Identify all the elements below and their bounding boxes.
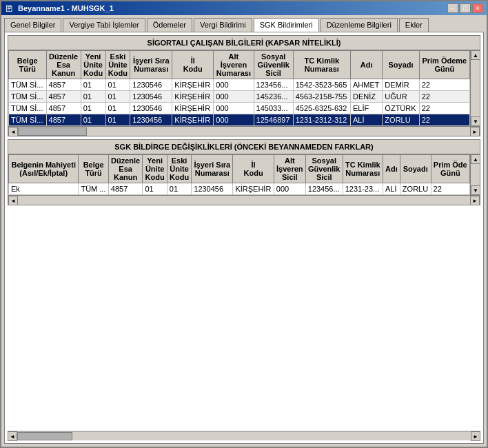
col-sgk: SosyalGüvenlikSicil <box>254 51 293 79</box>
table-cell: 01 <box>105 79 130 91</box>
tab-duzenleme[interactable]: Düzenleme Bilgileri <box>321 18 398 32</box>
empty-area <box>8 208 480 428</box>
table-cell: 01 <box>167 183 191 195</box>
table-cell: 145236... <box>254 91 293 103</box>
table-cell: TÜM Sİ... <box>9 91 47 103</box>
table-cell: ALİ <box>350 114 382 126</box>
tab-ekler[interactable]: Ekler <box>399 18 429 32</box>
hscroll-left-btn[interactable]: ◄ <box>8 127 18 136</box>
table-cell: AHMET <box>350 79 382 91</box>
table-cell: 01 <box>105 91 130 103</box>
table-cell: 4563-2158-755 <box>293 91 350 103</box>
table-cell: TÜM Sİ... <box>9 103 47 114</box>
col-tc: TC KimlikNumarası <box>293 51 350 79</box>
table-cell: 145033... <box>254 103 293 114</box>
col-yeni-unite: YeniÜniteKodu <box>81 51 105 79</box>
table-cell: ZORLU <box>400 183 431 195</box>
main-window: 🖹 Beyanname1 - MUHSGK_1 − □ ✕ Genel Bilg… <box>0 0 488 448</box>
table-cell: 4857 <box>46 91 81 103</box>
table-cell: DENİZ <box>350 91 382 103</box>
bottom-hscroll-left[interactable]: ◄ <box>8 431 17 441</box>
bottom-hscroll-right[interactable]: ► <box>471 431 480 441</box>
tab-vergiye-tabi[interactable]: Vergiye Tabi İşlemler <box>63 18 145 32</box>
table-cell: 22 <box>419 79 469 91</box>
upper-section-title: SİGORTALI ÇALIŞAN BİLGİLERİ (KAPSAR NİTE… <box>8 36 480 50</box>
col-mahiyet: Belgenin Mahiyeti(Asıl/Ek/İptal) <box>9 155 79 183</box>
table-cell: 01 <box>81 103 105 114</box>
table-cell: 1230546 <box>130 103 172 114</box>
lower-section: SGK BİLDİRGE DEĞİŞİKLİKLERİ (ÖNCEKİ BEYA… <box>8 139 480 205</box>
hscroll-right-btn[interactable]: ► <box>470 127 480 136</box>
table-cell: 1230456 <box>130 114 172 126</box>
scroll-up-btn[interactable]: ▲ <box>471 50 480 60</box>
table-cell: 22 <box>419 91 469 103</box>
hscroll-thumb[interactable] <box>18 128 87 136</box>
table-cell: KİRŞEHİR <box>172 79 214 91</box>
table-cell: 01 <box>81 91 105 103</box>
table-cell: 01 <box>105 103 130 114</box>
lower-hscroll-right[interactable]: ► <box>470 196 480 205</box>
upper-scrollbar-v[interactable]: ▲ ▼ <box>470 50 480 126</box>
table-cell: 1542-3523-565 <box>293 79 350 91</box>
table-cell: 01 <box>81 79 105 91</box>
upper-table-row[interactable]: TÜM Sİ...485701011230546KİRŞEHİR00014523… <box>9 91 470 103</box>
table-cell: 123456... <box>305 183 343 195</box>
lower-table-row[interactable]: EkTÜM ...485701011230456KİRŞEHİR00012345… <box>9 183 470 195</box>
upper-table: BelgeTürü DüzenleEsaKanun YeniÜniteKodu … <box>8 50 470 126</box>
lower-scroll-up[interactable]: ▲ <box>471 154 480 164</box>
col-alt-l: AltİşverenSicil <box>274 155 305 183</box>
tab-sgk-bildirimleri[interactable]: SGK Bildirimleri <box>254 18 319 32</box>
col-eski-unite: EskiÜniteKodu <box>105 51 130 79</box>
col-tc-l: TC KimlikNumarası <box>343 155 383 183</box>
table-cell: TÜM Sİ... <box>9 79 47 91</box>
col-il-l: İlKodu <box>233 155 274 183</box>
lower-section-title: SGK BİLDİRGE DEĞİŞİKLİKLERİ (ÖNCEKİ BEYA… <box>8 140 480 154</box>
col-isyeri-sira: İşyeri SıraNumarası <box>130 51 172 79</box>
table-cell: 4857 <box>46 103 81 114</box>
lower-scroll-down[interactable]: ▼ <box>471 185 480 195</box>
table-cell: 1230546 <box>130 79 172 91</box>
lower-scrollbar-v[interactable]: ▲ ▼ <box>470 154 480 195</box>
col-sgk-l: SosyalGüvenlikSicil <box>305 155 343 183</box>
maximize-button[interactable]: □ <box>460 3 471 13</box>
lower-table: Belgenin Mahiyeti(Asıl/Ek/İptal) BelgeTü… <box>8 154 470 195</box>
tab-odemeler[interactable]: Ödemeler <box>147 18 192 32</box>
col-soyad-l: Soyadı <box>400 155 431 183</box>
main-content: SİGORTALI ÇALIŞAN BİLGİLERİ (KAPSAR NİTE… <box>4 32 484 444</box>
table-cell: ÖZTÜRK <box>383 103 419 114</box>
lower-hscroll-left[interactable]: ◄ <box>8 196 18 205</box>
table-cell: 1231-2312-312 <box>293 114 350 126</box>
table-cell: 22 <box>419 103 469 114</box>
scroll-down-btn[interactable]: ▼ <box>471 116 480 126</box>
bottom-hscroll-track <box>17 431 471 440</box>
minimize-button[interactable]: − <box>447 3 458 13</box>
table-cell: ELİF <box>350 103 382 114</box>
table-cell: UĞUR <box>383 91 419 103</box>
col-soyad: Soyadı <box>383 51 419 79</box>
bottom-hscroll[interactable]: ◄ ► <box>8 431 480 440</box>
lower-hscroll[interactable]: ◄ ► <box>8 195 480 205</box>
bottom-hscroll-thumb[interactable] <box>17 432 72 440</box>
table-cell: 000 <box>214 91 254 103</box>
tab-vergi-bildirimi[interactable]: Vergi Bildirimi <box>194 18 252 32</box>
table-cell: TÜM Sİ... <box>9 114 47 126</box>
table-cell: KİRŞEHİR <box>172 114 214 126</box>
tab-genel-bilgiler[interactable]: Genel Bilgiler <box>4 18 61 32</box>
close-button[interactable]: ✕ <box>472 3 483 13</box>
upper-table-row[interactable]: TÜM Sİ...485701011230546KİRŞEHİR00012345… <box>9 79 470 91</box>
upper-table-row[interactable]: TÜM Sİ...485701011230456KİRŞEHİR00012546… <box>9 114 470 126</box>
col-eski-l: EskiÜniteKodu <box>167 155 191 183</box>
table-cell: 12546897 <box>254 114 293 126</box>
scroll-track-upper <box>471 60 480 116</box>
col-il-kodu: İlKodu <box>172 51 214 79</box>
upper-table-row[interactable]: TÜM Sİ...485701011230546KİRŞEHİR00014503… <box>9 103 470 114</box>
table-cell: 4525-6325-632 <box>293 103 350 114</box>
col-alt-isveren: AltİşverenNumarası <box>214 51 254 79</box>
title-bar: 🖹 Beyanname1 - MUHSGK_1 − □ ✕ <box>1 1 487 15</box>
upper-hscroll[interactable]: ◄ ► <box>8 126 480 136</box>
table-cell: 4857 <box>46 79 81 91</box>
table-cell: Ek <box>9 183 79 195</box>
hscroll-track <box>18 127 470 136</box>
col-isyeri-l: İşyeri SıraNumarası <box>192 155 233 183</box>
window-title: Beyanname1 - MUHSGK_1 <box>18 4 114 12</box>
